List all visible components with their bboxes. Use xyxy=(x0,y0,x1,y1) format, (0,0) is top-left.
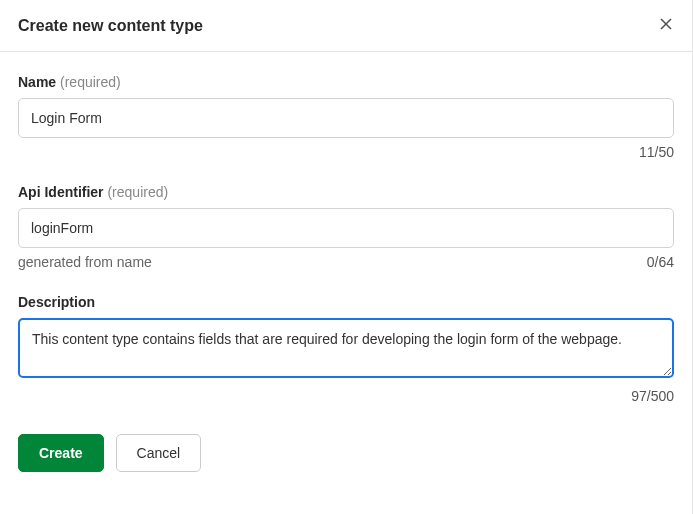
api-identifier-required-text: (required) xyxy=(107,184,168,200)
dialog-body: Name (required) 11/50 Api Identifier (re… xyxy=(0,52,692,490)
create-button[interactable]: Create xyxy=(18,434,104,472)
api-identifier-label: Api Identifier (required) xyxy=(18,184,674,200)
name-meta: 11/50 xyxy=(18,144,674,160)
name-label: Name (required) xyxy=(18,74,674,90)
api-identifier-meta: generated from name 0/64 xyxy=(18,254,674,270)
name-label-text: Name xyxy=(18,74,56,90)
name-input[interactable] xyxy=(18,98,674,138)
cancel-button[interactable]: Cancel xyxy=(116,434,202,472)
name-counter: 11/50 xyxy=(639,144,674,160)
api-identifier-hint: generated from name xyxy=(18,254,152,270)
api-identifier-counter: 0/64 xyxy=(647,254,674,270)
dialog-header: Create new content type xyxy=(0,0,692,52)
close-button[interactable] xyxy=(658,16,674,35)
description-input[interactable] xyxy=(18,318,674,378)
dialog-actions: Create Cancel xyxy=(18,434,674,472)
name-required-text: (required) xyxy=(60,74,121,90)
name-field-group: Name (required) 11/50 xyxy=(18,74,674,160)
api-identifier-field-group: Api Identifier (required) generated from… xyxy=(18,184,674,270)
description-counter: 97/500 xyxy=(631,388,674,404)
description-field-group: Description 97/500 xyxy=(18,294,674,404)
description-label: Description xyxy=(18,294,674,310)
description-label-text: Description xyxy=(18,294,95,310)
api-identifier-input[interactable] xyxy=(18,208,674,248)
dialog-title: Create new content type xyxy=(18,17,203,35)
api-identifier-label-text: Api Identifier xyxy=(18,184,104,200)
description-meta: 97/500 xyxy=(18,388,674,404)
close-icon xyxy=(658,16,674,35)
